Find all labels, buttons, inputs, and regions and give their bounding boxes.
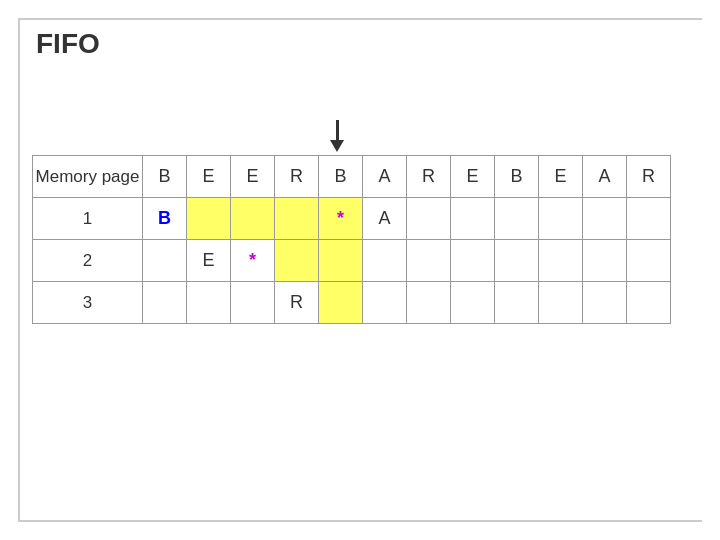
cell-2-4 <box>319 240 363 282</box>
left-border <box>18 18 20 522</box>
cell-3-10 <box>583 282 627 324</box>
cell-2-7 <box>451 240 495 282</box>
seq-col-10: A <box>583 156 627 198</box>
cell-1-3 <box>275 198 319 240</box>
cell-2-10 <box>583 240 627 282</box>
cell-1-10 <box>583 198 627 240</box>
cell-2-6 <box>407 240 451 282</box>
cell-3-4 <box>319 282 363 324</box>
bottom-border <box>18 520 702 522</box>
cell-1-0: B <box>143 198 187 240</box>
memory-table: Memory page B E E R B A R E B E A R 1 B <box>32 155 671 324</box>
row-label-3: 3 <box>33 282 143 324</box>
cell-3-8 <box>495 282 539 324</box>
cell-1-8 <box>495 198 539 240</box>
seq-col-5: A <box>363 156 407 198</box>
cell-2-2: * <box>231 240 275 282</box>
cell-1-11 <box>627 198 671 240</box>
cell-1-4: * <box>319 198 363 240</box>
arrow-shaft <box>336 120 339 140</box>
cell-1-9 <box>539 198 583 240</box>
cell-3-7 <box>451 282 495 324</box>
seq-col-2: E <box>231 156 275 198</box>
cell-3-1 <box>187 282 231 324</box>
page-title: FIFO <box>36 28 100 60</box>
cell-1-6 <box>407 198 451 240</box>
seq-col-7: E <box>451 156 495 198</box>
cell-3-11 <box>627 282 671 324</box>
arrow-head <box>330 140 344 152</box>
cell-3-5 <box>363 282 407 324</box>
table-header-label: Memory page <box>33 156 143 198</box>
cell-3-6 <box>407 282 451 324</box>
cell-3-2 <box>231 282 275 324</box>
cell-3-3: R <box>275 282 319 324</box>
cell-2-11 <box>627 240 671 282</box>
cell-2-5 <box>363 240 407 282</box>
seq-col-8: B <box>495 156 539 198</box>
seq-col-4: B <box>319 156 363 198</box>
seq-col-0: B <box>143 156 187 198</box>
table-row: 1 B * A <box>33 198 671 240</box>
cell-2-0 <box>143 240 187 282</box>
cell-1-1 <box>187 198 231 240</box>
seq-col-9: E <box>539 156 583 198</box>
cell-3-9 <box>539 282 583 324</box>
row-label-1: 1 <box>33 198 143 240</box>
seq-col-3: R <box>275 156 319 198</box>
row-label-2: 2 <box>33 240 143 282</box>
cell-1-5: A <box>363 198 407 240</box>
seq-col-11: R <box>627 156 671 198</box>
seq-col-6: R <box>407 156 451 198</box>
table-row: 2 E * <box>33 240 671 282</box>
cell-2-1: E <box>187 240 231 282</box>
table-row: 3 R <box>33 282 671 324</box>
cell-1-7 <box>451 198 495 240</box>
cell-2-9 <box>539 240 583 282</box>
cell-1-2 <box>231 198 275 240</box>
cell-3-0 <box>143 282 187 324</box>
arrow-indicator <box>330 120 344 152</box>
top-border <box>18 18 702 20</box>
seq-col-1: E <box>187 156 231 198</box>
cell-2-3 <box>275 240 319 282</box>
cell-2-8 <box>495 240 539 282</box>
